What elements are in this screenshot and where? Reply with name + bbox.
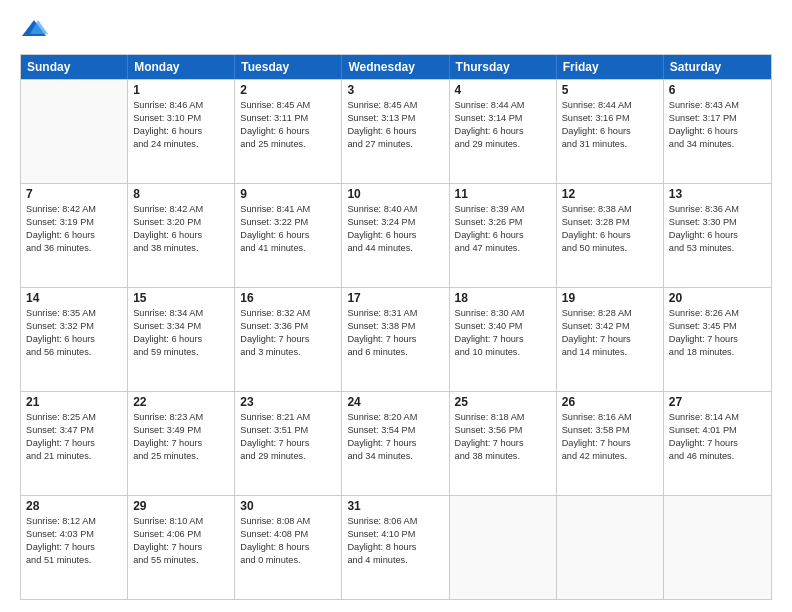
daylight-text: Daylight: 6 hours — [240, 125, 336, 138]
day-number: 6 — [669, 83, 766, 97]
sunset-text: Sunset: 3:14 PM — [455, 112, 551, 125]
calendar-cell: 12Sunrise: 8:38 AMSunset: 3:28 PMDayligh… — [557, 184, 664, 287]
sunset-text: Sunset: 3:17 PM — [669, 112, 766, 125]
day-number: 15 — [133, 291, 229, 305]
day-number: 27 — [669, 395, 766, 409]
sunset-text: Sunset: 3:19 PM — [26, 216, 122, 229]
sunset-text: Sunset: 3:22 PM — [240, 216, 336, 229]
sunset-text: Sunset: 3:16 PM — [562, 112, 658, 125]
header-saturday: Saturday — [664, 55, 771, 79]
calendar-cell: 29Sunrise: 8:10 AMSunset: 4:06 PMDayligh… — [128, 496, 235, 599]
calendar-cell: 23Sunrise: 8:21 AMSunset: 3:51 PMDayligh… — [235, 392, 342, 495]
daylight-minutes-text: and 41 minutes. — [240, 242, 336, 255]
day-number: 7 — [26, 187, 122, 201]
sunset-text: Sunset: 3:36 PM — [240, 320, 336, 333]
daylight-text: Daylight: 8 hours — [347, 541, 443, 554]
sunset-text: Sunset: 3:30 PM — [669, 216, 766, 229]
calendar-header: Sunday Monday Tuesday Wednesday Thursday… — [21, 55, 771, 79]
day-number: 24 — [347, 395, 443, 409]
sunset-text: Sunset: 4:06 PM — [133, 528, 229, 541]
daylight-minutes-text: and 46 minutes. — [669, 450, 766, 463]
calendar-cell: 22Sunrise: 8:23 AMSunset: 3:49 PMDayligh… — [128, 392, 235, 495]
daylight-minutes-text: and 34 minutes. — [669, 138, 766, 151]
sunrise-text: Sunrise: 8:32 AM — [240, 307, 336, 320]
calendar-cell — [664, 496, 771, 599]
daylight-minutes-text: and 21 minutes. — [26, 450, 122, 463]
sunset-text: Sunset: 3:28 PM — [562, 216, 658, 229]
sunset-text: Sunset: 4:01 PM — [669, 424, 766, 437]
daylight-minutes-text: and 50 minutes. — [562, 242, 658, 255]
daylight-minutes-text: and 6 minutes. — [347, 346, 443, 359]
calendar-cell: 16Sunrise: 8:32 AMSunset: 3:36 PMDayligh… — [235, 288, 342, 391]
calendar-cell — [450, 496, 557, 599]
daylight-minutes-text: and 10 minutes. — [455, 346, 551, 359]
sunrise-text: Sunrise: 8:40 AM — [347, 203, 443, 216]
day-number: 29 — [133, 499, 229, 513]
sunrise-text: Sunrise: 8:45 AM — [240, 99, 336, 112]
sunset-text: Sunset: 3:40 PM — [455, 320, 551, 333]
sunset-text: Sunset: 3:10 PM — [133, 112, 229, 125]
calendar-week-1: 1Sunrise: 8:46 AMSunset: 3:10 PMDaylight… — [21, 79, 771, 183]
calendar-cell: 11Sunrise: 8:39 AMSunset: 3:26 PMDayligh… — [450, 184, 557, 287]
daylight-text: Daylight: 6 hours — [669, 229, 766, 242]
calendar-cell: 17Sunrise: 8:31 AMSunset: 3:38 PMDayligh… — [342, 288, 449, 391]
daylight-minutes-text: and 55 minutes. — [133, 554, 229, 567]
daylight-minutes-text: and 3 minutes. — [240, 346, 336, 359]
calendar-cell: 6Sunrise: 8:43 AMSunset: 3:17 PMDaylight… — [664, 80, 771, 183]
header-monday: Monday — [128, 55, 235, 79]
daylight-minutes-text: and 0 minutes. — [240, 554, 336, 567]
daylight-text: Daylight: 7 hours — [133, 437, 229, 450]
daylight-text: Daylight: 7 hours — [455, 437, 551, 450]
daylight-minutes-text: and 44 minutes. — [347, 242, 443, 255]
calendar-cell: 3Sunrise: 8:45 AMSunset: 3:13 PMDaylight… — [342, 80, 449, 183]
day-number: 1 — [133, 83, 229, 97]
daylight-text: Daylight: 7 hours — [455, 333, 551, 346]
day-number: 19 — [562, 291, 658, 305]
calendar-cell: 18Sunrise: 8:30 AMSunset: 3:40 PMDayligh… — [450, 288, 557, 391]
sunrise-text: Sunrise: 8:44 AM — [562, 99, 658, 112]
calendar-cell — [21, 80, 128, 183]
day-number: 8 — [133, 187, 229, 201]
sunrise-text: Sunrise: 8:30 AM — [455, 307, 551, 320]
sunrise-text: Sunrise: 8:42 AM — [133, 203, 229, 216]
sunset-text: Sunset: 3:54 PM — [347, 424, 443, 437]
day-number: 18 — [455, 291, 551, 305]
daylight-minutes-text: and 29 minutes. — [240, 450, 336, 463]
daylight-minutes-text: and 59 minutes. — [133, 346, 229, 359]
calendar-cell: 24Sunrise: 8:20 AMSunset: 3:54 PMDayligh… — [342, 392, 449, 495]
sunset-text: Sunset: 3:13 PM — [347, 112, 443, 125]
daylight-minutes-text: and 47 minutes. — [455, 242, 551, 255]
calendar: Sunday Monday Tuesday Wednesday Thursday… — [20, 54, 772, 600]
daylight-minutes-text: and 24 minutes. — [133, 138, 229, 151]
calendar-cell: 15Sunrise: 8:34 AMSunset: 3:34 PMDayligh… — [128, 288, 235, 391]
day-number: 17 — [347, 291, 443, 305]
sunrise-text: Sunrise: 8:36 AM — [669, 203, 766, 216]
header-friday: Friday — [557, 55, 664, 79]
sunset-text: Sunset: 4:10 PM — [347, 528, 443, 541]
daylight-minutes-text: and 31 minutes. — [562, 138, 658, 151]
daylight-text: Daylight: 7 hours — [26, 437, 122, 450]
sunrise-text: Sunrise: 8:16 AM — [562, 411, 658, 424]
daylight-minutes-text: and 25 minutes. — [133, 450, 229, 463]
header — [20, 16, 772, 44]
day-number: 23 — [240, 395, 336, 409]
calendar-cell: 10Sunrise: 8:40 AMSunset: 3:24 PMDayligh… — [342, 184, 449, 287]
daylight-text: Daylight: 8 hours — [240, 541, 336, 554]
calendar-cell: 20Sunrise: 8:26 AMSunset: 3:45 PMDayligh… — [664, 288, 771, 391]
daylight-text: Daylight: 6 hours — [669, 125, 766, 138]
sunrise-text: Sunrise: 8:06 AM — [347, 515, 443, 528]
sunrise-text: Sunrise: 8:39 AM — [455, 203, 551, 216]
calendar-week-2: 7Sunrise: 8:42 AMSunset: 3:19 PMDaylight… — [21, 183, 771, 287]
daylight-minutes-text: and 25 minutes. — [240, 138, 336, 151]
calendar-cell: 26Sunrise: 8:16 AMSunset: 3:58 PMDayligh… — [557, 392, 664, 495]
header-thursday: Thursday — [450, 55, 557, 79]
daylight-text: Daylight: 6 hours — [133, 229, 229, 242]
day-number: 13 — [669, 187, 766, 201]
header-sunday: Sunday — [21, 55, 128, 79]
day-number: 31 — [347, 499, 443, 513]
sunrise-text: Sunrise: 8:25 AM — [26, 411, 122, 424]
day-number: 12 — [562, 187, 658, 201]
calendar-cell: 28Sunrise: 8:12 AMSunset: 4:03 PMDayligh… — [21, 496, 128, 599]
header-tuesday: Tuesday — [235, 55, 342, 79]
calendar-body: 1Sunrise: 8:46 AMSunset: 3:10 PMDaylight… — [21, 79, 771, 599]
